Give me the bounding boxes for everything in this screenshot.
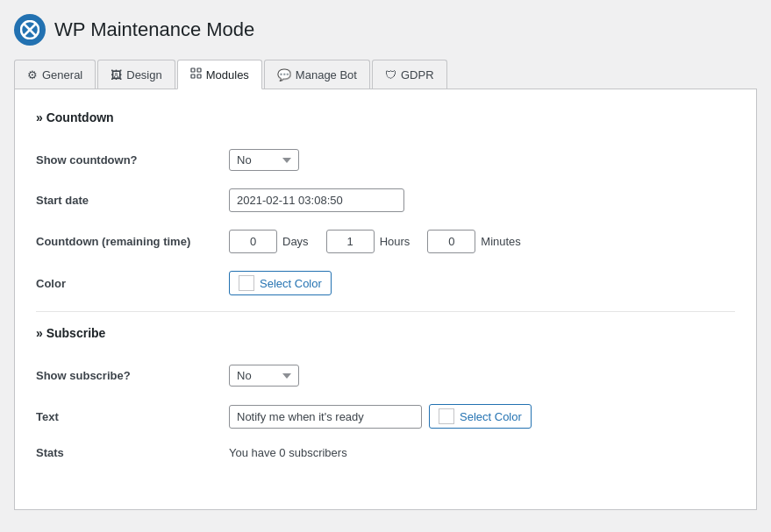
tab-general[interactable]: ⚙ General xyxy=(14,60,96,89)
subscribe-heading: » Subscribe xyxy=(36,326,735,340)
svg-rect-4 xyxy=(197,68,201,72)
general-icon: ⚙ xyxy=(27,68,38,82)
text-color-swatch xyxy=(439,408,454,424)
color-select-button[interactable]: Select Color xyxy=(229,271,332,295)
show-countdown-label: Show countdown? xyxy=(36,140,229,180)
show-subscribe-row: Show subscribe? No Yes xyxy=(36,356,735,395)
svg-rect-6 xyxy=(197,74,201,78)
stats-row: Stats You have 0 subscribers xyxy=(36,437,735,468)
start-date-label: Start date xyxy=(36,180,229,221)
subscribe-form: Show subscribe? No Yes Text Select Colo xyxy=(36,356,735,468)
select-color-label: Select Color xyxy=(260,277,322,290)
text-label: Text xyxy=(36,395,229,437)
show-countdown-select[interactable]: No Yes xyxy=(229,149,299,171)
text-color-select-button[interactable]: Select Color xyxy=(429,404,532,429)
show-subscribe-label: Show subscribe? xyxy=(36,356,229,395)
page-title: WP Maintenance Mode xyxy=(54,18,254,41)
start-date-input[interactable] xyxy=(229,188,404,212)
days-input[interactable] xyxy=(229,230,277,253)
tab-modules[interactable]: Modules xyxy=(177,60,262,89)
remaining-time-label: Countdown (remaining time) xyxy=(36,221,229,262)
color-swatch xyxy=(239,275,254,291)
text-input-group: Select Color xyxy=(229,404,735,429)
design-icon: 🖼 xyxy=(111,68,122,82)
app-container: WP Maintenance Mode ⚙ General 🖼 Design M… xyxy=(0,0,771,532)
show-countdown-row: Show countdown? No Yes xyxy=(36,140,735,180)
minutes-input[interactable] xyxy=(427,230,475,253)
tabs-bar: ⚙ General 🖼 Design Modules 💬 Manage Bot xyxy=(14,60,757,89)
countdown-form: Show countdown? No Yes Start date Countd… xyxy=(36,140,735,304)
section-divider xyxy=(36,311,735,312)
hours-input[interactable] xyxy=(326,230,375,253)
countdown-inputs: Days Hours Minutes xyxy=(229,230,735,253)
tab-manage-bot[interactable]: 💬 Manage Bot xyxy=(264,60,370,89)
svg-rect-5 xyxy=(191,74,195,78)
remaining-time-row: Countdown (remaining time) Days Hours Mi… xyxy=(36,221,735,262)
app-header: WP Maintenance Mode xyxy=(14,14,757,46)
tab-design[interactable]: 🖼 Design xyxy=(97,60,175,89)
gdpr-icon: 🛡 xyxy=(385,68,396,82)
days-label: Days xyxy=(282,235,309,248)
stats-value: You have 0 subscribers xyxy=(229,446,347,459)
countdown-heading: » Countdown xyxy=(36,110,735,124)
stats-label: Stats xyxy=(36,437,229,468)
tab-gdpr[interactable]: 🛡 GDPR xyxy=(372,60,447,89)
manage-bot-icon: 💬 xyxy=(277,68,291,82)
minutes-label: Minutes xyxy=(481,235,521,248)
text-select-color-label: Select Color xyxy=(460,410,522,423)
hours-label: Hours xyxy=(380,235,410,248)
app-logo xyxy=(14,14,46,46)
text-row: Text Select Color xyxy=(36,395,735,437)
show-subscribe-select[interactable]: No Yes xyxy=(229,365,299,387)
color-row: Color Select Color xyxy=(36,262,735,304)
content-panel: » Countdown Show countdown? No Yes Start… xyxy=(14,89,757,510)
modules-icon xyxy=(190,67,202,82)
svg-rect-3 xyxy=(191,68,195,72)
color-label: Color xyxy=(36,262,229,304)
start-date-row: Start date xyxy=(36,180,735,221)
notify-text-input[interactable] xyxy=(229,405,422,429)
